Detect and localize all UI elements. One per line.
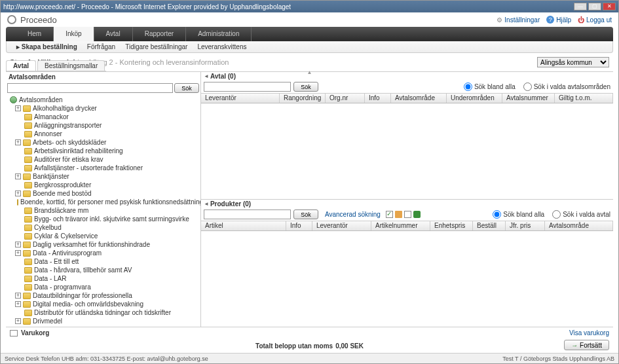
folder-icon [23, 173, 31, 180]
tree-item[interactable]: Däck, regummering och däckservice [9, 325, 198, 327]
tree-item[interactable]: +Drivmedel [9, 317, 198, 325]
expand-icon[interactable]: + [15, 139, 21, 145]
folder-icon [23, 105, 31, 112]
avtal-search-button[interactable]: Sök [293, 82, 318, 92]
help-link[interactable]: Hjälp [546, 16, 571, 24]
folder-icon [24, 216, 32, 223]
expand-icon[interactable]: + [15, 191, 21, 196]
minimize-button[interactable]: — [574, 3, 587, 10]
tree-item[interactable]: Cykelbud [9, 223, 198, 232]
tree-item[interactable]: +Arbets- och skyddskläder [9, 138, 198, 147]
globe-icon [10, 96, 17, 103]
tree-item[interactable]: +Data - Antivirusprogram [9, 249, 198, 257]
tree-item[interactable]: Brandsläckare mm [9, 206, 198, 215]
expand-icon[interactable]: + [15, 318, 21, 324]
produkter-grid-body [201, 231, 613, 327]
continue-button[interactable]: Fortsätt [564, 340, 609, 350]
nav-avtal[interactable]: Avtal [94, 27, 133, 41]
folder-icon [24, 114, 32, 120]
window-title: http://www.proceedo.net/ - Proceedo - Mi… [3, 3, 574, 10]
folder-icon [24, 131, 32, 137]
folder-icon [24, 259, 32, 265]
tree-item[interactable]: Data - LAR [9, 274, 198, 283]
checkbox-icon[interactable] [386, 211, 393, 218]
tree-item[interactable]: +Banktjänster [9, 172, 198, 181]
tree-item[interactable]: Boende, korttid, för personer med psykis… [9, 198, 198, 206]
tree-item[interactable]: Cyklar & Cykelservice [9, 232, 198, 240]
produkter-radio-selected[interactable]: Sök i valda avtal [552, 210, 610, 219]
tree-item[interactable]: Distributör för utländska tidningar och … [9, 308, 198, 317]
tree-item[interactable]: Data - Ett till ett [9, 257, 198, 266]
tab-bestallningsmallar[interactable]: Beställningsmallar [37, 60, 105, 71]
cart-icon [10, 330, 18, 337]
tree-item[interactable]: Bergkrossprodukter [9, 181, 198, 189]
right-pane: Avtal (0) Sök Sök bland alla Sök i valda… [201, 72, 613, 327]
total-footer: Totalt belopp utan moms 0,00 SEK Fortsät… [6, 338, 613, 353]
produkter-grid-header: Artikel Info Leverantör Artikelnummer En… [201, 221, 613, 231]
left-pane: Avtalsområden Sök Avtalsområden+Alkoholh… [6, 72, 201, 327]
status-right: Test T / Göteborgs Stads Upphandlings AB [502, 355, 614, 362]
folder-icon [24, 225, 32, 231]
tree-item[interactable]: +Alkoholhaltiga drycker [9, 104, 198, 113]
nav-rapporter[interactable]: Rapporter [133, 27, 186, 41]
total-value: 0,00 SEK [335, 342, 364, 350]
list-view-icon[interactable] [404, 211, 411, 218]
folder-icon [23, 250, 31, 257]
avtal-radio-all[interactable]: Sök bland alla [464, 82, 516, 91]
tree-search-button[interactable]: Sök [174, 83, 199, 93]
show-cart-link[interactable]: Visa varukorg [569, 329, 609, 337]
tree-item[interactable]: +Digital media- och omvärldsbevakning [9, 300, 198, 308]
expand-icon[interactable]: + [15, 173, 21, 179]
tab-avtal[interactable]: Avtal [6, 60, 36, 71]
subnav-create[interactable]: Skapa beställning [16, 43, 77, 50]
avtal-search-input[interactable] [204, 82, 291, 92]
produkter-search-input[interactable] [204, 209, 291, 219]
tree-search-input[interactable] [7, 83, 173, 93]
nav-admin[interactable]: Administration [186, 27, 252, 41]
category-tree[interactable]: Avtalsområden+Alkoholhaltiga dryckerAlma… [6, 94, 200, 327]
expand-icon[interactable]: + [15, 301, 21, 307]
export-excel-icon[interactable] [413, 211, 421, 218]
tree-root[interactable]: Avtalsområden [9, 96, 198, 104]
folder-icon [23, 301, 31, 308]
tree-item[interactable]: Auditörer för etiska krav [9, 155, 198, 164]
app-logo: Proceedo [20, 15, 57, 25]
expand-icon[interactable]: + [15, 293, 21, 299]
folder-icon [24, 156, 32, 163]
produkter-radio-all[interactable]: Sök bland alla [493, 210, 544, 219]
subnav-tidigare[interactable]: Tidigare beställningar [125, 43, 187, 50]
expand-icon[interactable]: + [15, 242, 21, 247]
folder-icon [24, 284, 32, 291]
folder-icon [24, 327, 32, 327]
tree-item[interactable]: +Boende med bostöd [9, 189, 198, 198]
tree-item[interactable]: Almanackor [9, 113, 198, 121]
advanced-search-link[interactable]: Avancerad sökning [325, 211, 381, 218]
avtal-grid-header: Leverantör Rangordning Org.nr Info Avtal… [201, 93, 613, 103]
avtal-radio-selected[interactable]: Sök i valda avtalsområden [523, 82, 610, 91]
tree-item[interactable]: Data - hårdvara, tillbehör samt AV [9, 266, 198, 274]
tree-item[interactable]: Data - programvara [9, 283, 198, 291]
thumbnail-view-icon[interactable] [395, 211, 402, 218]
subnav-forfragan[interactable]: Förfrågan [87, 43, 115, 50]
logout-link[interactable]: Logga ut [578, 16, 612, 24]
sub-nav: Skapa beställning Förfrågan Tidigare bes… [6, 41, 613, 53]
maximize-button[interactable]: ▢ [588, 3, 601, 10]
tree-item[interactable]: Arbetslivsinriktad rehabilitering [9, 147, 198, 155]
tree-item[interactable]: Anläggningstransporter [9, 121, 198, 130]
nav-hem[interactable]: Hem [16, 27, 54, 41]
nav-inkop[interactable]: Inköp [54, 27, 94, 41]
tree-item[interactable]: Annonser [9, 130, 198, 138]
tree-item[interactable]: +Datautbildningar för professionella [9, 291, 198, 300]
settings-link[interactable]: Inställningar [497, 16, 540, 24]
status-left: Service Desk Telefon UHB adm: 031-334372… [5, 355, 208, 362]
kommun-select[interactable]: Alingsås kommun [537, 57, 609, 67]
expand-icon[interactable]: + [15, 250, 21, 256]
close-button[interactable]: ✕ [603, 3, 616, 10]
drag-handle-icon[interactable]: ▲ [303, 71, 316, 75]
produkter-search-button[interactable]: Sök [293, 209, 318, 219]
tree-item[interactable]: Avfallstjänster - utsorterade fraktioner [9, 164, 198, 172]
expand-icon[interactable]: + [15, 105, 21, 111]
tree-item[interactable]: +Daglig verksamhet för funktionshindrade [9, 240, 198, 249]
tree-item[interactable]: Bygg- och trävaror inkl. skjutvirke samt… [9, 215, 198, 223]
subnav-leverans[interactable]: Leveranskvittens [197, 43, 246, 50]
